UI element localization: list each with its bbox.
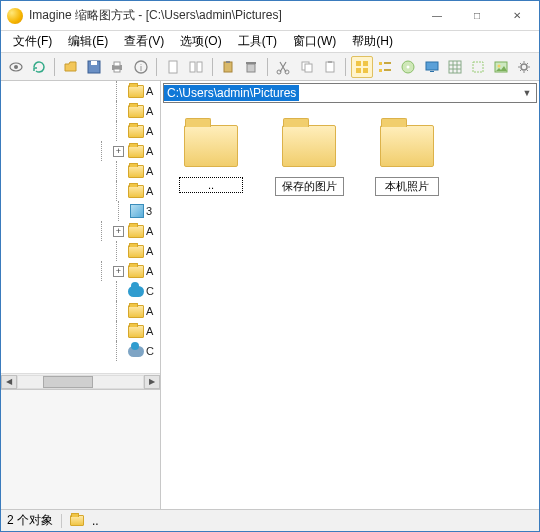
paste-icon[interactable] bbox=[217, 56, 238, 78]
svg-text:i: i bbox=[140, 63, 142, 73]
folder-icon bbox=[184, 125, 238, 167]
info-icon[interactable]: i bbox=[130, 56, 151, 78]
copy-icon[interactable] bbox=[296, 56, 317, 78]
svg-rect-3 bbox=[91, 61, 97, 65]
tree-pane: A A A +A A A 3 +A A +A C A A C ◀ ▶ bbox=[1, 81, 161, 509]
folder-icon bbox=[282, 125, 336, 167]
svg-rect-22 bbox=[356, 61, 361, 66]
thumb-label: 保存的图片 bbox=[275, 177, 344, 196]
cloud-icon bbox=[128, 286, 144, 297]
thumbnails-icon[interactable] bbox=[351, 56, 372, 78]
folder-icon bbox=[380, 125, 434, 167]
folder-icon bbox=[128, 125, 144, 138]
folder-icon bbox=[128, 265, 144, 278]
thumb-up[interactable]: .. bbox=[171, 125, 251, 193]
menu-edit[interactable]: 编辑(E) bbox=[60, 31, 116, 52]
svg-rect-9 bbox=[169, 61, 177, 73]
scroll-right-icon[interactable]: ▶ bbox=[144, 375, 160, 389]
select-icon[interactable] bbox=[467, 56, 488, 78]
expand-icon[interactable]: + bbox=[113, 146, 124, 157]
folder-icon bbox=[128, 245, 144, 258]
folder-icon bbox=[128, 145, 144, 158]
svg-rect-34 bbox=[449, 61, 461, 73]
folder-icon bbox=[128, 225, 144, 238]
toolbar-separator bbox=[267, 58, 268, 76]
screen-icon[interactable] bbox=[421, 56, 442, 78]
status-count: 2 个对象 bbox=[7, 512, 53, 529]
content-pane: C:\Users\admin\Pictures ▼ .. 保存的图片 本机照片 bbox=[161, 81, 539, 509]
svg-rect-10 bbox=[190, 62, 195, 72]
menu-view[interactable]: 查看(V) bbox=[116, 31, 172, 52]
scroll-thumb[interactable] bbox=[43, 376, 93, 388]
toolbar-separator bbox=[156, 58, 157, 76]
clipboard-icon[interactable] bbox=[319, 56, 340, 78]
disc-icon[interactable] bbox=[398, 56, 419, 78]
grid-icon[interactable] bbox=[444, 56, 465, 78]
list-icon[interactable] bbox=[375, 56, 396, 78]
svg-point-42 bbox=[521, 64, 527, 70]
svg-rect-24 bbox=[356, 68, 361, 73]
menu-options[interactable]: 选项(O) bbox=[172, 31, 229, 52]
open-icon[interactable] bbox=[60, 56, 81, 78]
svg-rect-13 bbox=[226, 61, 230, 63]
svg-rect-14 bbox=[247, 64, 255, 72]
menu-tools[interactable]: 工具(T) bbox=[230, 31, 285, 52]
folder-icon bbox=[128, 325, 144, 338]
svg-rect-32 bbox=[426, 62, 438, 70]
folder-icon bbox=[128, 185, 144, 198]
folder-icon bbox=[128, 305, 144, 318]
folder-tree[interactable]: A A A +A A A 3 +A A +A C A A C bbox=[1, 81, 160, 373]
preview-pane bbox=[1, 389, 160, 509]
toolbar-separator bbox=[212, 58, 213, 76]
tree-horizontal-scrollbar[interactable]: ◀ ▶ bbox=[1, 373, 160, 389]
path-text[interactable]: C:\Users\admin\Pictures bbox=[164, 85, 299, 101]
refresh-icon[interactable] bbox=[28, 56, 49, 78]
thumb-saved-pictures[interactable]: 保存的图片 bbox=[269, 125, 349, 196]
folder-icon bbox=[128, 85, 144, 98]
menu-help[interactable]: 帮助(H) bbox=[344, 31, 401, 52]
maximize-button[interactable]: □ bbox=[457, 2, 497, 30]
path-bar[interactable]: C:\Users\admin\Pictures ▼ bbox=[163, 83, 537, 103]
svg-rect-26 bbox=[379, 62, 382, 65]
status-selection: .. bbox=[92, 514, 99, 528]
title-bar: Imagine 缩略图方式 - [C:\Users\admin\Pictures… bbox=[1, 1, 539, 31]
menu-bar: 文件(F) 编辑(E) 查看(V) 选项(O) 工具(T) 窗口(W) 帮助(H… bbox=[1, 31, 539, 53]
expand-icon[interactable]: + bbox=[113, 266, 124, 277]
window-title: Imagine 缩略图方式 - [C:\Users\admin\Pictures… bbox=[29, 7, 282, 24]
svg-rect-25 bbox=[363, 68, 368, 73]
menu-file[interactable]: 文件(F) bbox=[5, 31, 60, 52]
thumb-label: .. bbox=[179, 177, 243, 193]
thumbnail-area[interactable]: .. 保存的图片 本机照片 bbox=[161, 105, 539, 509]
cut-icon[interactable] bbox=[273, 56, 294, 78]
page-icon[interactable] bbox=[162, 56, 183, 78]
svg-point-1 bbox=[14, 65, 18, 69]
thumb-label: 本机照片 bbox=[375, 177, 439, 196]
svg-rect-21 bbox=[328, 61, 332, 63]
picture-icon[interactable] bbox=[491, 56, 512, 78]
svg-rect-5 bbox=[114, 62, 120, 66]
svg-rect-11 bbox=[197, 62, 202, 72]
toolbar: i bbox=[1, 53, 539, 81]
svg-rect-12 bbox=[224, 62, 232, 72]
delete-icon[interactable] bbox=[241, 56, 262, 78]
svg-rect-39 bbox=[473, 62, 483, 72]
expand-icon[interactable]: + bbox=[113, 226, 124, 237]
folder-icon bbox=[128, 105, 144, 118]
double-page-icon[interactable] bbox=[185, 56, 206, 78]
scroll-left-icon[interactable]: ◀ bbox=[1, 375, 17, 389]
svg-rect-33 bbox=[430, 71, 434, 72]
thumb-local-photos[interactable]: 本机照片 bbox=[367, 125, 447, 196]
svg-point-41 bbox=[498, 64, 501, 67]
svg-rect-19 bbox=[305, 64, 312, 72]
settings-icon[interactable] bbox=[514, 56, 535, 78]
path-dropdown-icon[interactable]: ▼ bbox=[518, 88, 536, 98]
print-icon[interactable] bbox=[107, 56, 128, 78]
svg-rect-27 bbox=[379, 69, 382, 72]
box-icon bbox=[130, 204, 144, 218]
svg-rect-20 bbox=[326, 62, 334, 72]
close-button[interactable]: ✕ bbox=[497, 2, 537, 30]
menu-window[interactable]: 窗口(W) bbox=[285, 31, 344, 52]
view-icon[interactable] bbox=[5, 56, 26, 78]
minimize-button[interactable]: — bbox=[417, 2, 457, 30]
save-icon[interactable] bbox=[84, 56, 105, 78]
